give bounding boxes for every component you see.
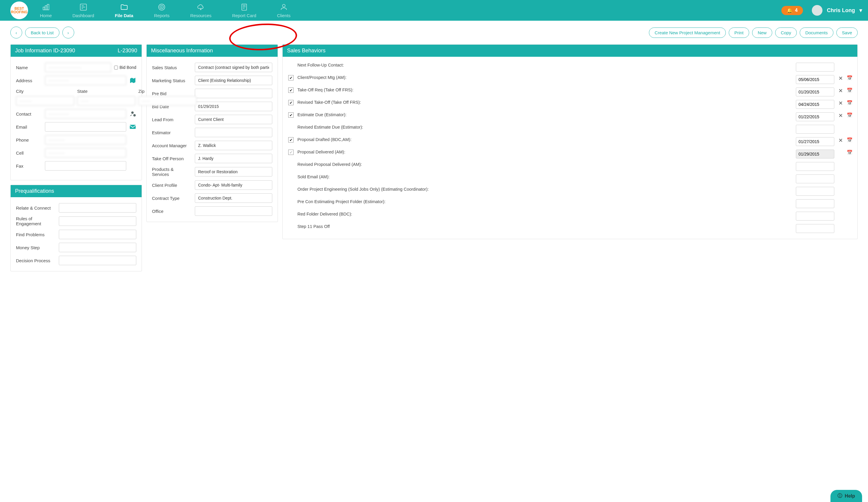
calendar-icon[interactable]: 📅 xyxy=(847,88,852,93)
nav-label: Reports xyxy=(154,13,170,18)
office-input[interactable] xyxy=(195,206,272,216)
field-label: Products & Services xyxy=(152,167,192,177)
marketing-status-input[interactable] xyxy=(195,76,272,85)
panel-title: Prequalifications xyxy=(15,188,54,194)
checkbox[interactable]: ✔ xyxy=(288,112,293,118)
money-step-input[interactable] xyxy=(59,243,136,252)
sold-email-input[interactable] xyxy=(796,174,834,183)
client-profile-input[interactable] xyxy=(195,180,272,190)
city-input[interactable] xyxy=(16,96,74,105)
revised-estimate-input[interactable] xyxy=(796,125,834,134)
estimate-due-input[interactable] xyxy=(796,112,834,121)
contact-input[interactable] xyxy=(45,109,126,119)
fax-input[interactable] xyxy=(45,161,126,171)
estimator-input[interactable] xyxy=(195,128,272,137)
next-followup-input[interactable] xyxy=(796,63,834,72)
nav-label: Report Card xyxy=(232,13,256,18)
checkbox[interactable]: ✔ xyxy=(288,137,293,143)
account-manager-input[interactable] xyxy=(195,141,272,150)
create-project-management-button[interactable]: Create New Project Management xyxy=(649,28,726,38)
bid-date-input[interactable] xyxy=(195,102,272,111)
map-icon[interactable] xyxy=(129,77,136,84)
documents-button[interactable]: Documents xyxy=(800,28,834,38)
target-icon xyxy=(157,3,166,11)
name-input[interactable] xyxy=(45,63,111,72)
proposal-drafted-input[interactable] xyxy=(796,137,834,146)
nav-clients[interactable]: Clients xyxy=(277,3,291,18)
calendar-icon[interactable]: 📅 xyxy=(847,75,852,81)
zip-input[interactable] xyxy=(138,96,197,105)
take-off-input[interactable] xyxy=(195,154,272,163)
svg-rect-2 xyxy=(47,4,49,10)
notification-badge[interactable]: 🔔 4 xyxy=(782,6,803,15)
contract-type-input[interactable] xyxy=(195,193,272,203)
nav-file-data[interactable]: File Data xyxy=(115,3,133,18)
order-project-input[interactable] xyxy=(796,187,834,196)
mail-icon[interactable] xyxy=(129,123,136,130)
field-label: Sold Email (AM): xyxy=(297,174,792,179)
nav-home[interactable]: Home xyxy=(40,3,52,18)
lead-from-input[interactable] xyxy=(195,115,272,124)
pre-bid-input[interactable] xyxy=(195,89,272,98)
revised-takeoff-input[interactable] xyxy=(796,100,834,109)
user-icon xyxy=(280,3,288,11)
next-button[interactable]: › xyxy=(62,27,74,39)
checkbox[interactable]: ✔ xyxy=(288,88,293,93)
add-contact-icon[interactable] xyxy=(129,110,136,117)
prev-button[interactable]: ‹ xyxy=(10,27,22,39)
precon-input[interactable] xyxy=(796,199,834,208)
products-input[interactable] xyxy=(195,167,272,176)
phone-input[interactable] xyxy=(45,135,126,145)
email-input[interactable] xyxy=(45,122,126,132)
state-input[interactable] xyxy=(77,96,135,105)
revised-proposal-input[interactable] xyxy=(796,162,834,171)
calendar-icon[interactable]: 📅 xyxy=(847,100,852,105)
save-button[interactable]: Save xyxy=(836,28,858,38)
rules-engagement-input[interactable] xyxy=(59,216,136,226)
nav-dashboard[interactable]: Dashboard xyxy=(72,3,94,18)
checkbox[interactable]: ✔ xyxy=(288,100,293,105)
checkbox[interactable]: ✔ xyxy=(288,75,293,80)
bell-icon: 🔔 xyxy=(787,8,793,13)
nav-report-card[interactable]: Report Card xyxy=(232,3,256,18)
user-menu[interactable]: Chris Long ▾ xyxy=(812,5,862,16)
clear-icon[interactable]: ✕ xyxy=(838,112,843,119)
clear-icon[interactable]: ✕ xyxy=(838,75,843,82)
nav-label: Dashboard xyxy=(72,13,94,18)
step11-input[interactable] xyxy=(796,224,834,233)
proposal-delivered-input[interactable] xyxy=(796,150,834,158)
clear-icon[interactable]: ✕ xyxy=(838,137,843,144)
nav-reports[interactable]: Reports xyxy=(154,3,170,18)
find-problems-input[interactable] xyxy=(59,230,136,239)
field-label: Account Manager xyxy=(152,143,192,148)
print-button[interactable]: Print xyxy=(729,28,749,38)
clear-icon[interactable]: ✕ xyxy=(838,88,843,94)
nav-label: Clients xyxy=(277,13,291,18)
takeoff-req-input[interactable] xyxy=(796,88,834,96)
cell-input[interactable] xyxy=(45,148,126,157)
copy-button[interactable]: Copy xyxy=(775,28,797,38)
calendar-icon[interactable]: 📅 xyxy=(847,112,852,118)
svg-point-8 xyxy=(282,4,285,7)
bid-bond-checkbox[interactable] xyxy=(114,65,118,70)
new-button[interactable]: New xyxy=(752,28,772,38)
field-label: Contract Type xyxy=(152,196,192,201)
svg-point-4 xyxy=(159,4,165,10)
calendar-icon[interactable]: 📅 xyxy=(847,150,852,155)
logo[interactable]: BEST ROOFING xyxy=(10,1,28,19)
clear-icon[interactable]: ✕ xyxy=(838,100,843,106)
address-input[interactable] xyxy=(45,76,126,85)
client-mtg-input[interactable] xyxy=(796,75,834,84)
field-label: Lead From xyxy=(152,117,192,122)
decision-process-input[interactable] xyxy=(59,256,136,265)
field-label: Red Folder Delivered (BDC): xyxy=(297,212,792,216)
field-label: Revised Take-Off (Take Off FRS): xyxy=(297,100,792,105)
relate-connect-input[interactable] xyxy=(59,203,136,213)
red-folder-input[interactable] xyxy=(796,212,834,221)
panel-header: Prequalifications xyxy=(11,185,142,197)
calendar-icon[interactable]: 📅 xyxy=(847,137,852,143)
checkbox[interactable]: ✔ xyxy=(288,150,293,155)
sales-status-input[interactable] xyxy=(195,63,272,72)
nav-resources[interactable]: Resources xyxy=(190,3,211,18)
back-to-list-button[interactable]: Back to List xyxy=(25,28,60,38)
